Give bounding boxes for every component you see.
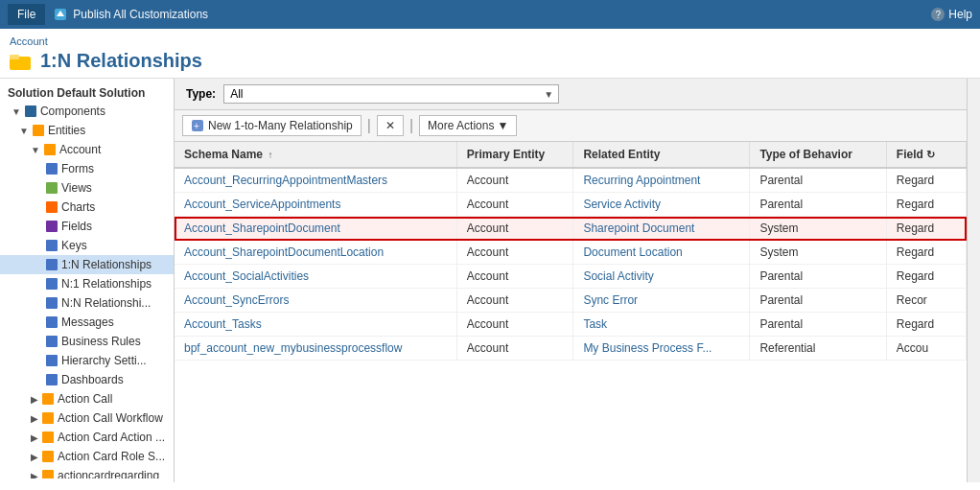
main-layout: Solution Default Solution ▼ Components ▼… xyxy=(0,79,980,482)
account-icon xyxy=(44,144,56,155)
type-select[interactable]: All Custom System xyxy=(223,84,559,104)
publish-customizations-button[interactable]: Publish All Customizations xyxy=(53,7,208,22)
more-actions-button[interactable]: More Actions ▼ xyxy=(419,115,517,136)
col-behavior-label: Type of Behavior xyxy=(759,148,852,161)
sidebar-item-entities[interactable]: ▼ Entities xyxy=(0,121,174,140)
related-entity-cell[interactable]: My Business Process F... xyxy=(573,337,750,361)
table-row[interactable]: Account_SyncErrorsAccountSync ErrorParen… xyxy=(175,289,967,313)
toolbar-separator: | xyxy=(363,117,375,134)
primary-entity-cell: Account xyxy=(456,289,573,313)
primary-entity-cell: Account xyxy=(456,265,573,289)
expand-arrow: ▼ xyxy=(12,106,21,117)
table-row[interactable]: Account_RecurringAppointmentMastersAccou… xyxy=(175,168,967,193)
breadcrumb[interactable]: Account xyxy=(10,35,48,47)
sidebar-item-messages[interactable]: Messages xyxy=(0,313,174,332)
sidebar-label: Charts xyxy=(61,200,95,214)
scrollbar[interactable] xyxy=(967,79,980,482)
sidebar-item-hierarchy[interactable]: Hierarchy Setti... xyxy=(0,351,174,370)
publish-label: Publish All Customizations xyxy=(73,8,208,21)
solution-label: Solution Default Solution xyxy=(0,82,174,102)
schema-name-cell[interactable]: Account_SyncErrors xyxy=(175,289,456,313)
schema-name-cell[interactable]: Account_SharepointDocument xyxy=(175,217,456,241)
related-entity-cell[interactable]: Recurring Appointment xyxy=(573,168,750,193)
col-header-primary[interactable]: Primary Entity xyxy=(456,142,573,168)
sidebar-item-keys[interactable]: Keys xyxy=(0,236,174,255)
action-call-workflow-icon xyxy=(42,412,54,424)
sidebar-label: Dashboards xyxy=(61,373,124,386)
delete-icon: ✕ xyxy=(385,119,395,132)
related-entity-cell[interactable]: Sync Error xyxy=(573,289,750,313)
table-row[interactable]: Account_SharepointDocumentAccountSharepo… xyxy=(175,217,967,241)
sidebar-scroll[interactable]: Solution Default Solution ▼ Components ▼… xyxy=(0,82,174,478)
sidebar-item-components[interactable]: ▼ Components xyxy=(0,102,174,121)
related-entity-cell[interactable]: Social Activity xyxy=(573,265,750,289)
table-row[interactable]: Account_SharepointDocumentLocationAccoun… xyxy=(175,241,967,265)
sidebar-label: Action Card Action ... xyxy=(58,431,165,444)
toolbar: + New 1-to-Many Relationship | ✕ | More … xyxy=(175,110,967,142)
table-row[interactable]: Account_ServiceAppointmentsAccountServic… xyxy=(175,193,967,217)
behavior-cell: Parental xyxy=(750,289,886,313)
schema-name-cell[interactable]: Account_Tasks xyxy=(175,313,456,337)
schema-name-cell[interactable]: Account_SharepointDocumentLocation xyxy=(175,241,456,265)
sidebar-item-forms[interactable]: Forms xyxy=(0,159,174,178)
related-entity-cell[interactable]: Task xyxy=(573,313,750,337)
table-container[interactable]: Schema Name ↑ Primary Entity Related Ent… xyxy=(175,142,967,482)
field-cell: Regard xyxy=(886,168,966,193)
col-header-schema[interactable]: Schema Name ↑ xyxy=(175,142,456,168)
delete-button[interactable]: ✕ xyxy=(377,115,404,136)
sidebar-item-account[interactable]: ▼ Account xyxy=(0,140,174,159)
sidebar-item-charts[interactable]: Charts xyxy=(0,198,174,217)
sidebar-label: Keys xyxy=(61,239,87,252)
dashboards-icon xyxy=(46,374,58,385)
table-row[interactable]: Account_SocialActivitiesAccountSocial Ac… xyxy=(175,265,967,289)
sidebar-label: Business Rules xyxy=(61,335,141,348)
col-header-behavior[interactable]: Type of Behavior xyxy=(750,142,886,168)
sidebar-label: Action Call xyxy=(58,392,112,406)
table-row[interactable]: Account_TasksAccountTaskParentalRegard xyxy=(175,313,967,337)
sidebar-item-business-rules[interactable]: Business Rules xyxy=(0,332,174,351)
new-relationship-button[interactable]: + New 1-to-Many Relationship xyxy=(182,115,362,136)
sidebar-item-action-call-workflow[interactable]: ▶ Action Call Workflow xyxy=(0,408,174,428)
sidebar-item-actioncardregarding[interactable]: ▶ actioncardregarding xyxy=(0,466,174,478)
sidebar-item-action-call[interactable]: ▶ Action Call xyxy=(0,389,174,408)
sidebar-item-nn-relationships[interactable]: N:N Relationshi... xyxy=(0,293,174,313)
sidebar-item-1n-relationships[interactable]: 1:N Relationships xyxy=(0,255,174,274)
svg-text:?: ? xyxy=(936,10,942,20)
type-label: Type: xyxy=(186,87,216,101)
expand-arrow: ▼ xyxy=(19,126,29,136)
sidebar-label: Action Call Workflow xyxy=(58,411,163,425)
actioncardregarding-icon xyxy=(42,470,54,478)
field-cell: Recor xyxy=(886,289,966,313)
forms-icon xyxy=(46,163,58,175)
help-button[interactable]: ? Help xyxy=(930,7,972,22)
n1-rel-icon xyxy=(46,278,58,290)
related-entity-cell[interactable]: Document Location xyxy=(573,241,750,265)
sidebar-item-dashboards[interactable]: Dashboards xyxy=(0,370,174,389)
field-cell: Accou xyxy=(886,337,966,361)
sidebar-item-views[interactable]: Views xyxy=(0,178,174,198)
schema-name-cell[interactable]: Account_RecurringAppointmentMasters xyxy=(175,168,456,193)
schema-name-cell[interactable]: Account_ServiceAppointments xyxy=(175,193,456,217)
schema-name-cell[interactable]: bpf_account_new_mybusinessprocessflow xyxy=(175,337,456,361)
sidebar-item-fields[interactable]: Fields xyxy=(0,217,174,236)
entities-icon xyxy=(33,125,44,136)
sidebar-item-n1-relationships[interactable]: N:1 Relationships xyxy=(0,274,174,293)
sidebar-label: N:1 Relationships xyxy=(61,277,152,291)
expand-arrow: ▶ xyxy=(31,413,38,424)
file-button[interactable]: File xyxy=(8,4,45,25)
col-header-field[interactable]: Field ↻ xyxy=(886,142,966,168)
col-header-related[interactable]: Related Entity xyxy=(573,142,750,168)
refresh-icon[interactable]: ↻ xyxy=(926,149,935,160)
sidebar-item-action-card-action[interactable]: ▶ Action Card Action ... xyxy=(0,428,174,447)
table-row[interactable]: bpf_account_new_mybusinessprocessflowAcc… xyxy=(175,337,967,361)
related-entity-cell[interactable]: Sharepoint Document xyxy=(573,217,750,241)
breadcrumb-area: Account xyxy=(0,29,980,48)
help-label: Help xyxy=(948,8,972,21)
related-entity-cell[interactable]: Service Activity xyxy=(573,193,750,217)
field-cell: Regard xyxy=(886,313,966,337)
type-select-wrapper[interactable]: All Custom System xyxy=(223,84,559,104)
behavior-cell: Parental xyxy=(750,313,886,337)
sidebar-item-action-card-role[interactable]: ▶ Action Card Role S... xyxy=(0,447,174,466)
schema-name-cell[interactable]: Account_SocialActivities xyxy=(175,265,456,289)
new-rel-icon: + xyxy=(191,119,204,132)
